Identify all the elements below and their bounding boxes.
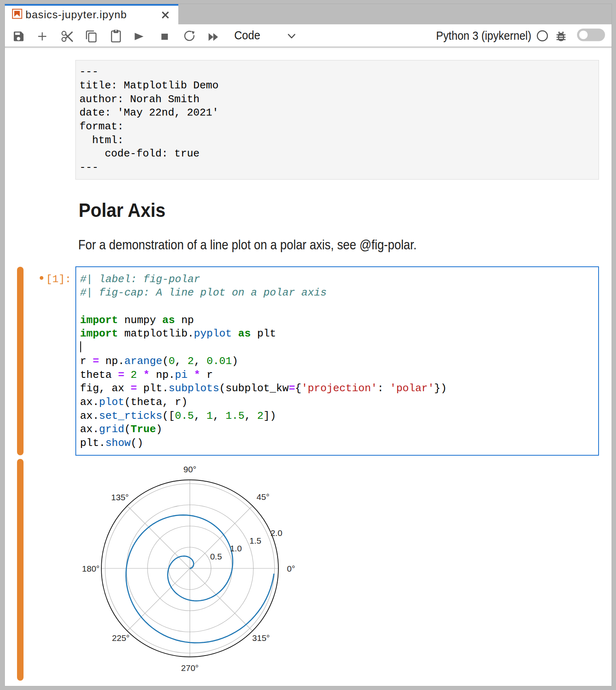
svg-text:2.0: 2.0 xyxy=(270,528,282,538)
svg-text:225°: 225° xyxy=(112,633,129,643)
svg-text:0°: 0° xyxy=(287,564,295,573)
svg-text:180°: 180° xyxy=(82,564,99,573)
svg-text:135°: 135° xyxy=(111,493,128,502)
svg-text:315°: 315° xyxy=(252,633,270,643)
svg-text:90°: 90° xyxy=(184,465,197,474)
svg-text:0.5: 0.5 xyxy=(210,552,222,561)
svg-text:270°: 270° xyxy=(181,663,199,673)
svg-text:45°: 45° xyxy=(257,492,270,501)
svg-text:1.0: 1.0 xyxy=(230,544,242,553)
svg-text:1.5: 1.5 xyxy=(249,536,261,545)
